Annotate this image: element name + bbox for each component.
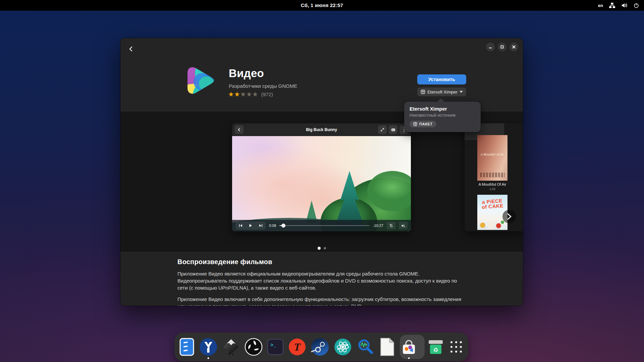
- star-icon[interactable]: ★: [252, 90, 258, 98]
- app-hero-section: Видео Разработчики среды GNOME ★★★★★ (97…: [120, 38, 523, 111]
- back-button[interactable]: [126, 44, 137, 54]
- clock[interactable]: Сб, 1 июня 22:57: [301, 0, 343, 11]
- volume-button: [399, 222, 408, 229]
- window-controls: [486, 43, 518, 51]
- star-icon[interactable]: ★: [240, 90, 246, 98]
- install-button[interactable]: Установить: [417, 74, 466, 84]
- rating-stars: ★★★★★: [228, 90, 258, 98]
- trash-icon: ♻: [427, 338, 444, 356]
- poster-overlay-text: a PiECE of CAKE: [477, 198, 507, 210]
- dock-item-steam[interactable]: [311, 335, 329, 359]
- status-area[interactable]: en: [598, 0, 639, 11]
- svg-text:T: T: [294, 341, 301, 353]
- volume-icon[interactable]: [621, 2, 628, 8]
- desktop: Сб, 1 июня 22:57 en: [0, 0, 644, 362]
- dock-item-atom-app[interactable]: [334, 335, 352, 359]
- player-headerbar: Big Buck Bunny: [232, 123, 411, 136]
- movie-poster-cake: a PiECE of CAKE: [477, 195, 507, 230]
- poster-overlay-text: a Mouthful of Air: [477, 153, 507, 156]
- dock-item-gnome-software[interactable]: [400, 335, 418, 359]
- blue-notes-app-icon: [179, 338, 195, 356]
- package-icon: [421, 89, 425, 94]
- time-remaining: -10:27: [373, 224, 383, 228]
- power-icon[interactable]: [633, 2, 639, 8]
- source-label: Etersoft Ximper: [427, 89, 458, 95]
- subtitles-icon: [389, 125, 397, 134]
- description-paragraph-2: Приложение Видео включает в себя дополни…: [177, 296, 466, 306]
- source-button[interactable]: Etersoft Ximper: [417, 87, 466, 96]
- seek-bar: [279, 223, 369, 228]
- popover-source-origin: Неизвестный источник: [410, 113, 475, 118]
- gnome-software-icon: [400, 338, 418, 356]
- screenshot-carousel: Big Buck Bunny: [120, 111, 523, 252]
- log-monitor-icon: [356, 338, 374, 356]
- video-scene: [232, 136, 411, 231]
- obs-studio-icon: [245, 338, 263, 356]
- top-bar: Сб, 1 июня 22:57 en: [0, 0, 644, 11]
- description-heading: Воспроизведение фильмов: [177, 258, 466, 266]
- rating-row: ★★★★★ (972): [228, 90, 273, 98]
- poster-caption: A Mouthful Of Air: [468, 182, 517, 186]
- player-controls: 0:08 -10:27: [232, 220, 411, 231]
- svg-text:>_: >_: [270, 343, 277, 348]
- keyboard-layout-indicator[interactable]: en: [598, 3, 603, 8]
- source-popover: Etersoft Ximper Неизвестный источник ПАК…: [404, 102, 481, 132]
- gnome-software-window: Видео Разработчики среды GNOME ★★★★★ (97…: [120, 38, 523, 306]
- poster-duration: 1:03: [468, 187, 517, 191]
- chevron-left-icon: [128, 46, 134, 52]
- dock-item-blue-notes-app[interactable]: [179, 335, 195, 359]
- dock-item-obs-studio[interactable]: [245, 335, 263, 359]
- dock-item-log-monitor[interactable]: [356, 335, 374, 359]
- carousel-dots[interactable]: [120, 247, 523, 250]
- play-button: [246, 222, 256, 230]
- dock-item-red-t-app[interactable]: T: [288, 335, 306, 359]
- description-paragraph-1: Приложение Видео является официальным ви…: [177, 270, 466, 291]
- carousel-page-dot[interactable]: [324, 247, 326, 249]
- chevron-right-icon: [506, 213, 512, 220]
- star-icon[interactable]: ★: [228, 90, 234, 98]
- close-button[interactable]: [509, 43, 518, 51]
- running-indicator: [408, 357, 410, 359]
- atom-science-app-icon: [334, 338, 352, 356]
- rating-count[interactable]: (972): [261, 92, 273, 97]
- popover-source-name: Etersoft Ximper: [410, 106, 475, 112]
- terminal-icon: >_: [267, 339, 284, 355]
- videos-app-icon: [183, 63, 218, 98]
- dock-item-libreoffice[interactable]: [379, 335, 395, 359]
- network-wired-icon[interactable]: [609, 2, 615, 8]
- description-section: Воспроизведение фильмов Приложение Видео…: [120, 252, 523, 306]
- running-indicator: [208, 357, 209, 359]
- fullscreen-icon: [378, 125, 387, 134]
- star-icon[interactable]: ★: [234, 90, 240, 98]
- carousel-next-button[interactable]: [502, 210, 516, 223]
- dock: >_ T: [174, 333, 468, 361]
- libreoffice-document-icon: [379, 338, 395, 356]
- dock-item-terminal[interactable]: >_: [267, 335, 284, 359]
- app-developer: Разработчики среды GNOME: [229, 83, 297, 89]
- inkscape-icon: [222, 338, 240, 356]
- seek-handle: [281, 224, 285, 228]
- dock-item-yandex-browser[interactable]: [199, 335, 218, 359]
- screenshot-player[interactable]: Big Buck Bunny: [232, 123, 411, 231]
- package-icon: [413, 122, 417, 126]
- yandex-browser-icon: [199, 338, 218, 356]
- dock-item-app-grid[interactable]: [449, 335, 464, 359]
- movie-poster-mouthful: a Mouthful of Air: [477, 135, 507, 181]
- app-grid-icon: [449, 340, 464, 354]
- dock-item-inkscape[interactable]: [222, 335, 240, 359]
- star-icon[interactable]: ★: [246, 90, 252, 98]
- next-button: [256, 222, 266, 230]
- carousel-page-dot[interactable]: [318, 247, 321, 250]
- steam-icon: [311, 338, 329, 356]
- svg-text:♻: ♻: [433, 347, 438, 353]
- red-t-app-icon: T: [288, 338, 306, 356]
- package-badge-label: ПАКЕТ: [419, 122, 433, 126]
- minimize-button[interactable]: [486, 43, 495, 51]
- playback-rate-icon: [387, 222, 395, 229]
- maximize-button[interactable]: [498, 43, 506, 51]
- popover-arrow: [437, 98, 444, 105]
- player-header-actions: [378, 125, 408, 134]
- time-elapsed: 0:08: [269, 224, 276, 228]
- dock-item-trash[interactable]: ♻: [427, 335, 444, 359]
- caret-down-icon: [460, 91, 463, 93]
